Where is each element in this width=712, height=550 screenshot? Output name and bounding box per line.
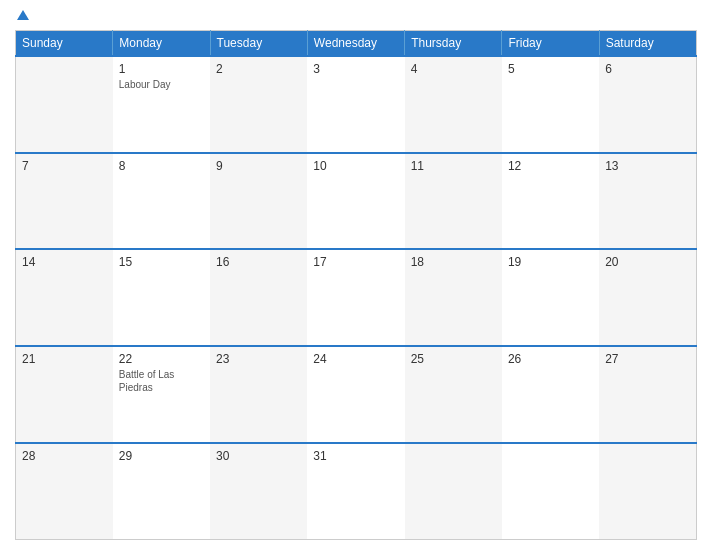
calendar-day-cell: 28 [16,443,113,540]
day-number: 20 [605,255,690,269]
col-friday: Friday [502,31,599,57]
calendar-day-cell: 5 [502,56,599,153]
day-number: 16 [216,255,301,269]
col-tuesday: Tuesday [210,31,307,57]
calendar-day-cell: 18 [405,249,502,346]
calendar-day-cell: 3 [307,56,404,153]
calendar-day-cell: 31 [307,443,404,540]
day-number: 21 [22,352,107,366]
logo [15,10,29,22]
day-number: 5 [508,62,593,76]
calendar-page: Sunday Monday Tuesday Wednesday Thursday… [0,0,712,550]
day-number: 6 [605,62,690,76]
col-monday: Monday [113,31,210,57]
day-number: 3 [313,62,398,76]
day-number: 7 [22,159,107,173]
calendar-day-cell: 19 [502,249,599,346]
day-number: 28 [22,449,107,463]
calendar-day-cell: 17 [307,249,404,346]
day-number: 8 [119,159,204,173]
calendar-day-cell: 26 [502,346,599,443]
calendar-day-cell: 24 [307,346,404,443]
holiday-label: Battle of Las Piedras [119,368,204,394]
logo-triangle-icon [17,10,29,20]
calendar-day-cell [16,56,113,153]
calendar-day-cell: 27 [599,346,696,443]
day-number: 2 [216,62,301,76]
day-number: 11 [411,159,496,173]
day-number: 1 [119,62,204,76]
col-wednesday: Wednesday [307,31,404,57]
calendar-day-cell [599,443,696,540]
calendar-day-cell: 12 [502,153,599,250]
calendar-day-cell: 23 [210,346,307,443]
day-number: 22 [119,352,204,366]
calendar-day-cell: 21 [16,346,113,443]
day-number: 12 [508,159,593,173]
day-number: 9 [216,159,301,173]
day-number: 10 [313,159,398,173]
calendar-day-cell: 15 [113,249,210,346]
day-number: 25 [411,352,496,366]
header [15,10,697,22]
calendar-week-row: 1Labour Day23456 [16,56,697,153]
calendar-day-cell [502,443,599,540]
calendar-day-cell: 7 [16,153,113,250]
calendar-day-cell: 8 [113,153,210,250]
calendar-day-cell: 11 [405,153,502,250]
col-sunday: Sunday [16,31,113,57]
day-number: 31 [313,449,398,463]
day-number: 17 [313,255,398,269]
calendar-header-row: Sunday Monday Tuesday Wednesday Thursday… [16,31,697,57]
calendar-day-cell: 13 [599,153,696,250]
calendar-day-cell: 10 [307,153,404,250]
calendar-day-cell: 20 [599,249,696,346]
calendar-day-cell: 4 [405,56,502,153]
day-number: 4 [411,62,496,76]
col-saturday: Saturday [599,31,696,57]
calendar-day-cell: 25 [405,346,502,443]
holiday-label: Labour Day [119,78,204,91]
day-number: 23 [216,352,301,366]
col-thursday: Thursday [405,31,502,57]
calendar-day-cell: 6 [599,56,696,153]
calendar-day-cell: 1Labour Day [113,56,210,153]
calendar-day-cell: 14 [16,249,113,346]
day-number: 24 [313,352,398,366]
day-number: 15 [119,255,204,269]
day-number: 13 [605,159,690,173]
calendar-day-cell [405,443,502,540]
calendar-day-cell: 16 [210,249,307,346]
day-number: 29 [119,449,204,463]
calendar-day-cell: 29 [113,443,210,540]
calendar-week-row: 28293031 [16,443,697,540]
day-number: 26 [508,352,593,366]
day-number: 30 [216,449,301,463]
day-number: 18 [411,255,496,269]
day-number: 14 [22,255,107,269]
calendar-day-cell: 9 [210,153,307,250]
calendar-day-cell: 30 [210,443,307,540]
calendar-week-row: 14151617181920 [16,249,697,346]
calendar-day-cell: 22Battle of Las Piedras [113,346,210,443]
calendar-week-row: 2122Battle of Las Piedras2324252627 [16,346,697,443]
calendar-day-cell: 2 [210,56,307,153]
calendar-table: Sunday Monday Tuesday Wednesday Thursday… [15,30,697,540]
calendar-week-row: 78910111213 [16,153,697,250]
day-number: 19 [508,255,593,269]
day-number: 27 [605,352,690,366]
